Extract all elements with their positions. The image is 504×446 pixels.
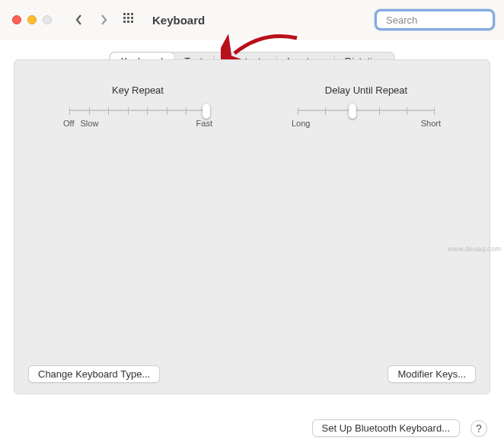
- delay-repeat-slider[interactable]: [298, 110, 435, 111]
- delay-repeat-knob[interactable]: [349, 104, 356, 119]
- modifier-keys-button[interactable]: Modifier Keys...: [388, 365, 476, 383]
- delay-short-label: Short: [421, 119, 441, 128]
- back-button[interactable]: [70, 9, 88, 30]
- key-repeat-slow-label: Slow: [80, 119, 98, 128]
- key-repeat-slider[interactable]: [69, 110, 206, 111]
- minimize-window-button[interactable]: [27, 15, 37, 24]
- key-repeat-off-label: Off: [63, 119, 74, 128]
- traffic-lights: [12, 15, 52, 24]
- show-all-icon[interactable]: [123, 13, 136, 27]
- key-repeat-fast-label: Fast: [196, 119, 212, 128]
- svg-rect-6: [123, 21, 126, 23]
- window-title: Keyboard: [152, 14, 205, 27]
- help-button[interactable]: ?: [471, 420, 487, 437]
- setup-bluetooth-keyboard-button[interactable]: Set Up Bluetooth Keyboard...: [312, 419, 460, 437]
- close-window-button[interactable]: [12, 15, 21, 24]
- svg-rect-7: [127, 21, 129, 23]
- forward-button: [94, 9, 113, 30]
- key-repeat-label: Key Repeat: [112, 84, 164, 96]
- window-footer: Set Up Bluetooth Keyboard... ?: [0, 419, 504, 437]
- svg-rect-1: [127, 13, 129, 15]
- svg-rect-0: [123, 13, 126, 15]
- key-repeat-knob[interactable]: [203, 104, 210, 119]
- zoom-window-button: [43, 15, 52, 24]
- key-repeat-group: Key Repeat Off Slow Fast: [51, 84, 225, 128]
- content-panel: Key Repeat Off Slow Fast: [14, 59, 490, 394]
- search-input[interactable]: [384, 14, 504, 27]
- svg-rect-2: [131, 13, 133, 15]
- window-toolbar: Keyboard: [0, 0, 504, 40]
- delay-repeat-label: Delay Until Repeat: [325, 84, 407, 96]
- delay-long-label: Long: [292, 119, 310, 128]
- svg-rect-5: [131, 17, 133, 19]
- delay-repeat-group: Delay Until Repeat Long Short: [279, 84, 453, 128]
- svg-rect-8: [131, 21, 133, 23]
- svg-rect-4: [127, 17, 129, 19]
- watermark-text: www.deuaq.com: [448, 245, 501, 253]
- change-keyboard-type-button[interactable]: Change Keyboard Type...: [28, 365, 160, 383]
- search-field[interactable]: [375, 9, 495, 30]
- svg-rect-3: [123, 17, 126, 19]
